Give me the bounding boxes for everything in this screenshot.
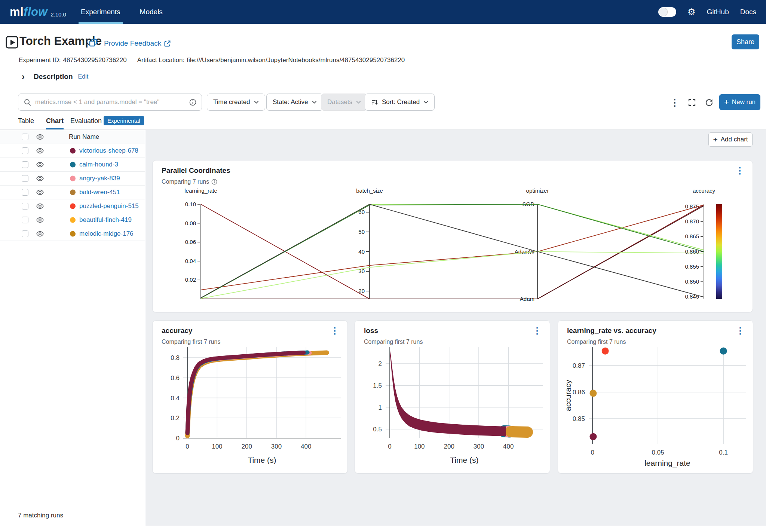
chart-menu-icon[interactable]: ⋮ [330,326,339,336]
nav-item-github[interactable]: GitHub [707,8,729,16]
new-run-button[interactable]: + New run [719,94,760,110]
run-checkbox[interactable] [22,175,28,182]
run-checkbox[interactable] [22,230,28,237]
run-name-link[interactable]: angry-yak-839 [79,175,120,182]
new-run-label: New run [732,98,756,106]
artifact-location-value: file:///Users/benjamin.wilson/JupyterNot… [187,56,405,64]
theme-toggle[interactable] [658,7,676,17]
run-checkbox[interactable] [22,189,28,196]
run-row[interactable]: angry-yak-839 [0,172,145,186]
experimental-badge: Experimental [104,116,144,125]
run-color-dot [70,162,76,168]
charts-area: + Add chart Parallel Coordinates ⋮ Compa… [145,130,766,526]
visibility-icon[interactable] [36,133,44,141]
run-checkbox[interactable] [22,217,28,223]
visibility-icon[interactable] [36,160,44,169]
visibility-icon[interactable] [36,188,44,196]
run-name-link[interactable]: puzzled-penguin-515 [79,202,139,210]
svg-text:0.10: 0.10 [185,201,196,207]
refresh-icon[interactable] [703,97,715,108]
external-link-icon [164,40,171,47]
experiment-icon [5,36,19,51]
chevron-right-icon[interactable]: › [22,73,25,80]
copy-icon[interactable] [89,38,98,49]
select-all-checkbox[interactable] [22,134,28,140]
svg-text:0.02: 0.02 [185,276,196,283]
info-icon[interactable] [189,99,196,106]
svg-text:0: 0 [176,435,180,442]
tab-evaluation[interactable]: Evaluation [70,115,102,129]
run-name-link[interactable]: beautiful-finch-419 [79,216,132,224]
run-checkbox[interactable] [22,203,28,210]
search-input[interactable]: metrics.rmse < 1 and params.model = "tre… [18,94,202,111]
nav-item-docs[interactable]: Docs [740,8,756,16]
svg-text:0.85: 0.85 [573,415,585,422]
run-row[interactable]: victorious-sheep-678 [0,144,145,158]
time-created-dropdown[interactable]: Time created [207,94,265,111]
sort-dropdown[interactable]: Sort: Created [365,94,435,111]
svg-text:0.86: 0.86 [573,389,585,396]
add-chart-button[interactable]: + Add chart [708,132,753,147]
state-dropdown[interactable]: State: Active [266,94,323,111]
tab-chart[interactable]: Chart [46,115,64,129]
svg-text:50: 50 [358,229,365,235]
parallel-coordinates-card: Parallel Coordinates ⋮ Comparing 7 runs … [152,160,753,312]
visibility-icon[interactable] [36,147,44,155]
chart-menu-icon[interactable]: ⋮ [735,166,744,175]
scatter-chart-card: learning_rate vs. accuracy ⋮ Comparing f… [558,320,753,474]
run-row[interactable]: bald-wren-451 [0,186,145,199]
run-checkbox[interactable] [22,147,28,154]
version-label: 2.10.0 [50,11,66,18]
run-name-link[interactable]: melodic-midge-176 [79,230,134,238]
run-row[interactable]: puzzled-penguin-515 [0,199,145,213]
loss-line-chart[interactable]: 0.511.520100200300400Time (s) [359,344,547,471]
plus-icon: + [713,135,717,144]
share-button[interactable]: Share [732,34,759,49]
visibility-icon[interactable] [36,174,44,183]
more-options-icon[interactable]: ⋮ [669,97,681,108]
nav-item-models[interactable]: Models [140,0,163,24]
chart-subtitle: Comparing 7 runs [162,178,217,185]
svg-text:0.6: 0.6 [171,374,180,382]
run-name-link[interactable]: victorious-sheep-678 [79,147,138,155]
chart-title: accuracy [162,327,192,335]
run-name-column-header: Run Name [69,133,99,141]
chart-title: Parallel Coordinates [162,166,230,175]
provide-feedback-link[interactable]: Provide Feedback [104,39,171,48]
chevron-down-icon [254,101,259,104]
accuracy-line-chart[interactable]: 00.20.40.60.80100200300400Time (s) [156,344,344,471]
svg-text:0.04: 0.04 [185,258,196,264]
search-icon [24,98,31,106]
visibility-icon[interactable] [36,230,44,238]
state-label: State: Active [273,98,308,106]
description-edit-link[interactable]: Edit [78,73,89,80]
scatter-chart[interactable]: 0.850.860.8700.050.1learning_rateaccurac… [562,344,750,471]
visibility-icon[interactable] [36,216,44,224]
mlflow-logo: mlflow 2.10.0 [10,0,66,24]
gear-icon[interactable]: ⚙ [687,7,696,16]
chart-menu-icon[interactable]: ⋮ [736,326,745,336]
parallel-coordinates-chart[interactable]: learning_rate0.020.040.060.080.10batch_s… [157,187,749,310]
chevron-down-icon [423,101,428,104]
visibility-icon[interactable] [36,202,44,210]
svg-text:300: 300 [474,443,484,450]
chart-menu-icon[interactable]: ⋮ [533,326,542,336]
run-name-link[interactable]: bald-wren-451 [79,189,120,196]
svg-text:0.860: 0.860 [685,248,699,255]
run-color-dot [70,231,76,237]
tab-table[interactable]: Table [18,115,34,129]
run-row[interactable]: beautiful-finch-419 [0,213,145,227]
provide-feedback-label: Provide Feedback [104,39,161,48]
svg-text:200: 200 [444,443,454,450]
run-row[interactable]: calm-hound-3 [0,158,145,172]
logo-ml: ml [10,5,24,19]
nav-item-experiments[interactable]: Experiments [81,0,120,24]
top-navbar: mlflow 2.10.0 Experiments Models ⚙ GitHu… [0,0,766,24]
svg-text:100: 100 [212,443,222,450]
plus-icon: + [724,98,729,106]
run-checkbox[interactable] [22,161,28,168]
run-name-link[interactable]: calm-hound-3 [79,161,118,168]
datasets-dropdown: Datasets [321,94,367,111]
fullscreen-icon[interactable] [686,97,698,108]
run-row[interactable]: melodic-midge-176 [0,227,145,241]
